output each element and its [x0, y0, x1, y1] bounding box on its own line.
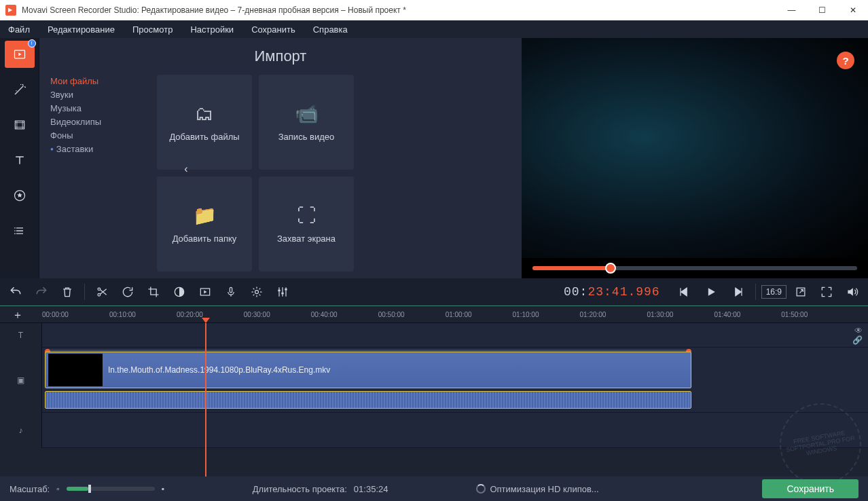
preview-seekbar[interactable]: [522, 258, 868, 278]
camera-icon: 📹: [295, 103, 319, 125]
cat-backgrounds[interactable]: Фоны: [50, 130, 145, 141]
zoom-slider[interactable]: [67, 487, 155, 491]
list-icon: [13, 224, 26, 238]
cat-clips[interactable]: Видеоклипы: [50, 117, 145, 127]
left-toolbar: !: [0, 38, 39, 278]
seek-progress: [532, 266, 611, 270]
menu-help[interactable]: Справка: [310, 22, 350, 37]
crop-icon: [147, 285, 160, 299]
prev-frame-button[interactable]: [672, 280, 695, 303]
next-frame-button[interactable]: [727, 280, 750, 303]
detach-preview-button[interactable]: [789, 280, 812, 303]
tab-transitions[interactable]: [5, 111, 35, 138]
crop-button[interactable]: [142, 280, 165, 303]
menu-file[interactable]: Файл: [5, 22, 33, 37]
zoom-out-icon[interactable]: ▫: [56, 484, 59, 494]
link-icon[interactable]: 🔗: [852, 335, 863, 345]
tick: 00:00:00: [42, 311, 69, 318]
duration-label: Длительность проекта:: [253, 484, 347, 494]
cat-my-files[interactable]: Мои файлы: [50, 76, 145, 86]
svg-point-5: [14, 233, 16, 234]
track-audio-body[interactable]: 🔊 ✖: [42, 413, 868, 448]
rotate-button[interactable]: [116, 280, 139, 303]
skip-back-icon: [677, 285, 691, 299]
star-circle-icon: [13, 189, 26, 202]
tile-record-video[interactable]: 📹 Запись видео: [259, 75, 354, 170]
svg-rect-12: [278, 290, 280, 292]
delete-button[interactable]: [56, 280, 79, 303]
menu-edit[interactable]: Редактирование: [45, 22, 117, 37]
microphone-icon: [224, 285, 238, 299]
transition-button[interactable]: [194, 280, 217, 303]
tile-add-files[interactable]: 🗂 Добавить файлы: [157, 75, 252, 170]
add-files-icon: 🗂: [195, 103, 214, 125]
tab-text[interactable]: [5, 147, 35, 174]
play-icon: [704, 285, 718, 299]
equalizer-button[interactable]: [271, 280, 294, 303]
tab-stickers[interactable]: [5, 182, 35, 209]
play-button[interactable]: [700, 280, 723, 303]
redo-button[interactable]: [30, 280, 53, 303]
menu-settings[interactable]: Настройки: [187, 22, 236, 37]
add-track-button[interactable]: ＋: [12, 308, 23, 322]
audio-waveform-clip[interactable]: [45, 391, 691, 409]
svg-point-11: [255, 291, 259, 294]
gear-icon: [250, 285, 264, 299]
menu-bar: Файл Редактирование Просмотр Настройки С…: [0, 20, 868, 38]
voiceover-button[interactable]: [219, 280, 242, 303]
transition-icon: [198, 285, 212, 299]
menu-save[interactable]: Сохранить: [249, 22, 298, 37]
tick: 01:20:00: [580, 311, 607, 318]
timeline-playhead[interactable]: [205, 323, 206, 477]
tile-record-video-label: Запись видео: [278, 132, 334, 142]
track-titles: T 👁 🔗: [0, 323, 868, 348]
fullscreen-button[interactable]: [815, 280, 838, 303]
save-button[interactable]: Сохранить: [762, 479, 858, 498]
tile-add-folder[interactable]: 📁 Добавить папку: [157, 177, 252, 272]
zoom-in-icon[interactable]: ▪: [162, 484, 164, 494]
cut-button[interactable]: [90, 280, 113, 303]
speaker-icon: [846, 285, 859, 299]
zoom-knob[interactable]: [88, 485, 91, 493]
tab-import[interactable]: !: [5, 41, 35, 68]
video-clip[interactable]: In.the.Mouth.of.Madness.1994.1080p.BluRa…: [45, 352, 691, 388]
color-button[interactable]: [168, 280, 191, 303]
preview-video-frame[interactable]: [522, 38, 868, 258]
tile-screen-capture[interactable]: ⛶ Захват экрана: [259, 177, 354, 272]
timeline-ruler[interactable]: ＋ 00:00:00 00:10:00 00:20:00 00:30:00 00…: [0, 305, 868, 323]
cat-sounds[interactable]: Звуки: [50, 90, 145, 100]
visibility-icon[interactable]: 👁: [854, 326, 863, 335]
clip-thumbnail: [48, 354, 103, 386]
cat-intros[interactable]: Заставки: [50, 144, 145, 154]
import-title: Импорт: [39, 38, 522, 72]
collapse-categories-button[interactable]: ‹: [181, 159, 192, 179]
app-logo-icon: [5, 5, 16, 16]
close-button[interactable]: ✕: [837, 0, 868, 20]
help-button[interactable]: ?: [837, 52, 854, 69]
video-track-icon: ▣: [17, 375, 24, 385]
volume-button[interactable]: [841, 280, 864, 303]
maximize-button[interactable]: ☐: [807, 0, 837, 20]
clip-properties-button[interactable]: [245, 280, 268, 303]
cat-music[interactable]: Музыка: [50, 103, 145, 113]
skip-forward-icon: [731, 285, 745, 299]
minimize-button[interactable]: —: [776, 0, 807, 20]
menu-view[interactable]: Просмотр: [130, 22, 175, 37]
tab-filters[interactable]: [5, 76, 35, 103]
track-video-body[interactable]: In.the.Mouth.of.Madness.1994.1080p.BluRa…: [42, 348, 868, 413]
aspect-ratio-select[interactable]: 16:9: [761, 285, 786, 299]
tab-more[interactable]: [5, 217, 35, 244]
clip-filename: In.the.Mouth.of.Madness.1994.1080p.BluRa…: [108, 365, 330, 375]
text-track-icon: T: [18, 331, 23, 340]
seek-handle[interactable]: [605, 263, 616, 274]
tick: 00:10:00: [109, 311, 136, 318]
track-titles-body[interactable]: 👁 🔗: [42, 323, 868, 348]
undo-button[interactable]: [4, 280, 27, 303]
tile-screen-capture-label: Захват экрана: [277, 234, 336, 244]
svg-rect-1: [15, 121, 24, 129]
editor-toolbar: 00:23:41.996 16:9: [0, 278, 868, 305]
timecode-prefix: 00:: [564, 285, 587, 299]
import-panel: Импорт Мои файлы Звуки Музыка Видеоклипы…: [39, 38, 522, 278]
status-bar: Масштаб: ▫ ▪ Длительность проекта: 01:35…: [0, 477, 868, 501]
svg-point-6: [98, 293, 101, 296]
